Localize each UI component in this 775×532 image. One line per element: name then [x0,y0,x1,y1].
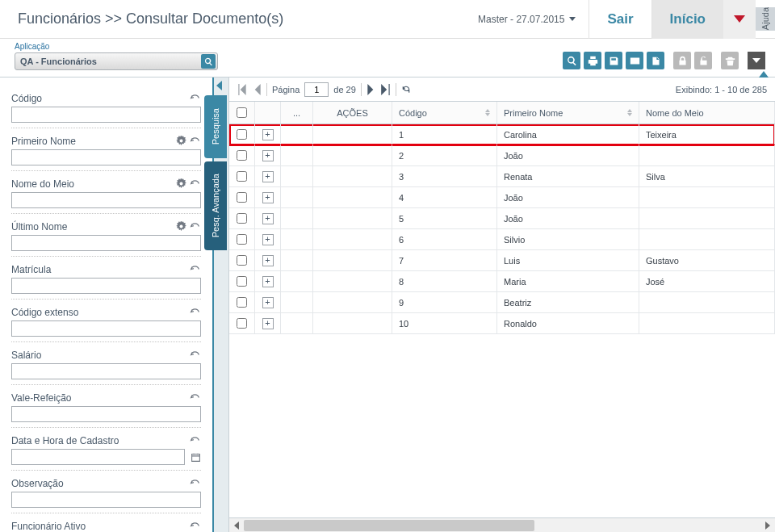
grid-checkall[interactable] [237,107,247,118]
pager-prev-icon[interactable] [252,84,262,95]
table-row[interactable]: +10Ronaldo [229,313,775,334]
scroll-right-icon[interactable] [762,520,773,531]
grid-col-codigo[interactable]: Código [392,102,497,124]
clear-icon[interactable] [189,392,201,404]
toolbar-save-button[interactable] [605,52,622,69]
scroll-left-icon[interactable] [231,520,242,531]
collapse-left-icon[interactable] [216,81,222,90]
clear-icon[interactable] [189,135,201,147]
table-row[interactable]: +4João [229,187,775,208]
gear-icon[interactable] [175,178,187,190]
toolbar-more-button[interactable] [748,52,765,69]
clear-icon[interactable] [189,220,201,232]
clear-icon[interactable] [189,178,201,190]
cell-codigo: 9 [392,292,497,312]
clear-icon[interactable] [189,520,201,532]
pager-next-icon[interactable] [367,84,376,95]
input-primeiro-nome[interactable] [11,149,201,165]
clear-icon[interactable] [189,263,201,275]
toolbar-print-button[interactable] [584,52,601,69]
gear-icon[interactable] [175,135,187,147]
field-label-nome-meio: Nome do Meio [11,178,174,190]
row-checkbox[interactable] [237,276,247,287]
header-menu-button[interactable] [723,0,756,39]
pager-last-icon[interactable] [381,84,391,95]
table-row[interactable]: +3RenataSilva [229,166,775,187]
pager-refresh-icon[interactable] [401,84,411,95]
input-ultimo-nome[interactable] [11,235,201,251]
pager-input[interactable] [304,82,329,97]
field-label-salario: Salário [11,350,187,361]
row-expand-icon[interactable]: + [262,129,274,140]
input-obs[interactable] [11,492,201,508]
toolbar-export-button[interactable] [647,52,664,69]
input-nome-meio[interactable] [11,192,201,208]
help-button[interactable]: Ajuda [756,7,775,30]
row-expand-icon[interactable]: + [262,234,274,245]
toolbar-search-button[interactable] [563,52,580,69]
row-expand-icon[interactable]: + [262,171,274,182]
table-row[interactable]: +2João [229,145,775,166]
clear-icon[interactable] [189,434,201,446]
application-search-icon[interactable] [201,54,216,69]
home-button[interactable]: Início [651,0,723,39]
table-row[interactable]: +9Beatriz [229,292,775,313]
row-checkbox[interactable] [237,192,247,203]
row-checkbox[interactable] [237,255,247,266]
toolbar-unlock-button[interactable] [694,52,712,69]
input-codigo-ext[interactable] [11,320,201,337]
panel-collapse-up-icon[interactable] [759,71,769,77]
grid-header-more[interactable]: ... [281,102,313,124]
input-salario[interactable] [11,363,201,379]
calendar-icon[interactable] [190,451,201,463]
table-row[interactable]: +1CarolinaTeixeira [229,124,775,145]
toolbar-delete-button[interactable] [721,52,739,69]
row-expand-icon[interactable]: + [262,213,274,224]
row-checkbox[interactable] [237,150,247,161]
row-checkbox[interactable] [237,171,247,182]
row-checkbox[interactable] [237,297,247,308]
row-expand-icon[interactable]: + [262,297,274,308]
application-select[interactable]: QA - Funcionários [15,52,218,70]
table-row[interactable]: +7LuisGustavo [229,250,775,271]
tab-pesquisa-avancada[interactable]: Pesq. Avançada [204,161,227,250]
toolbar-lock-button[interactable] [673,52,691,69]
clear-icon[interactable] [189,477,201,489]
scroll-thumb[interactable] [244,520,534,531]
row-expand-icon[interactable]: + [262,276,274,287]
input-vale[interactable] [11,406,201,422]
clear-icon[interactable] [189,92,201,104]
grid-col-primeiro-nome[interactable]: Primeiro Nome [497,102,639,124]
row-checkbox[interactable] [237,129,247,140]
cell-codigo: 1 [392,124,497,145]
row-expand-icon[interactable]: + [262,150,274,161]
row-checkbox[interactable] [237,318,247,329]
clear-icon[interactable] [189,306,201,318]
grid-body: +1CarolinaTeixeira+2João+3RenataSilva+4J… [229,124,775,517]
input-codigo[interactable] [11,107,201,123]
input-matricula[interactable] [11,278,201,294]
table-row[interactable]: +8MariaJosé [229,271,775,292]
search-panel: Código Primeiro Nome Nome do Meio [0,77,214,532]
grid-col-nome-meio[interactable]: Nome do Meio [639,102,775,124]
gear-icon[interactable] [175,220,187,232]
row-expand-icon[interactable]: + [262,255,274,266]
input-datahora[interactable] [11,449,185,465]
cell-primeiro-nome: Ronaldo [497,313,639,333]
tab-pesquisa[interactable]: Pesquisa [204,95,227,158]
clear-icon[interactable] [189,349,201,361]
user-menu-chevron-icon[interactable] [569,17,576,21]
logout-button[interactable]: Sair [589,0,651,39]
application-bar: Aplicação QA - Funcionários [0,39,775,77]
row-checkbox[interactable] [237,234,247,245]
pager-first-icon[interactable] [237,84,247,95]
row-checkbox[interactable] [237,213,247,224]
grid-horizontal-scrollbar[interactable] [229,517,775,532]
grid-col-acoes[interactable]: AÇÕES [313,102,392,124]
field-label-vale: Vale-Refeição [11,392,187,404]
toolbar-mail-button[interactable] [626,52,643,69]
row-expand-icon[interactable]: + [262,318,274,329]
row-expand-icon[interactable]: + [262,192,274,203]
table-row[interactable]: +5João [229,208,775,229]
table-row[interactable]: +6Silvio [229,229,775,250]
